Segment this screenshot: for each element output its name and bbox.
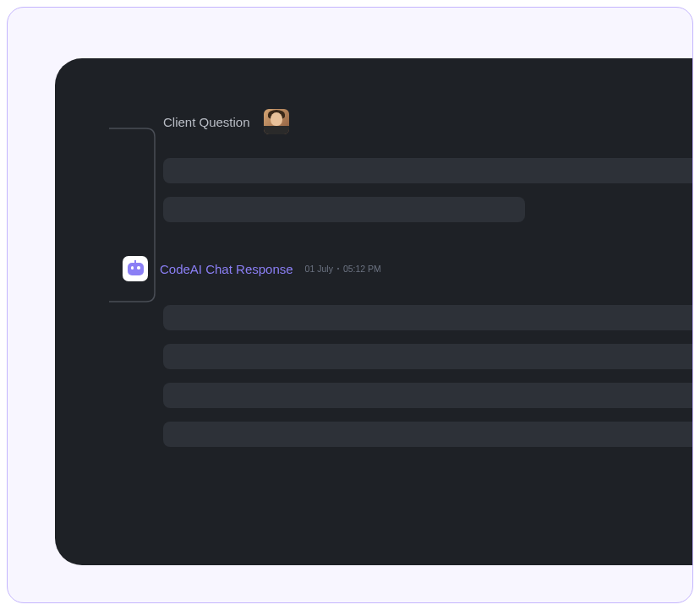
outer-frame: Client Question CodeAI Chat [7, 7, 693, 603]
placeholder-line [163, 305, 693, 330]
response-label: CodeAI Chat Response [160, 262, 293, 276]
user-avatar [264, 109, 289, 134]
timestamp-date: 01 July [305, 264, 333, 274]
placeholder-line [163, 383, 693, 408]
timestamp-time: 05:12 PM [343, 264, 381, 274]
placeholder-line [163, 197, 525, 222]
question-content [163, 158, 693, 222]
response-section: CodeAI Chat Response 01 July 05:12 PM [163, 256, 693, 447]
question-header: Client Question [163, 109, 693, 134]
question-section: Client Question [163, 109, 693, 222]
chat-card: Client Question CodeAI Chat [55, 58, 693, 565]
placeholder-line [163, 422, 693, 447]
placeholder-line [163, 158, 693, 183]
placeholder-line [163, 344, 693, 369]
response-content [163, 305, 693, 447]
response-header: CodeAI Chat Response 01 July 05:12 PM [123, 256, 693, 281]
ai-bot-icon [123, 256, 148, 281]
timestamp: 01 July 05:12 PM [305, 264, 381, 274]
question-label: Client Question [163, 115, 250, 129]
timestamp-separator [337, 268, 339, 270]
